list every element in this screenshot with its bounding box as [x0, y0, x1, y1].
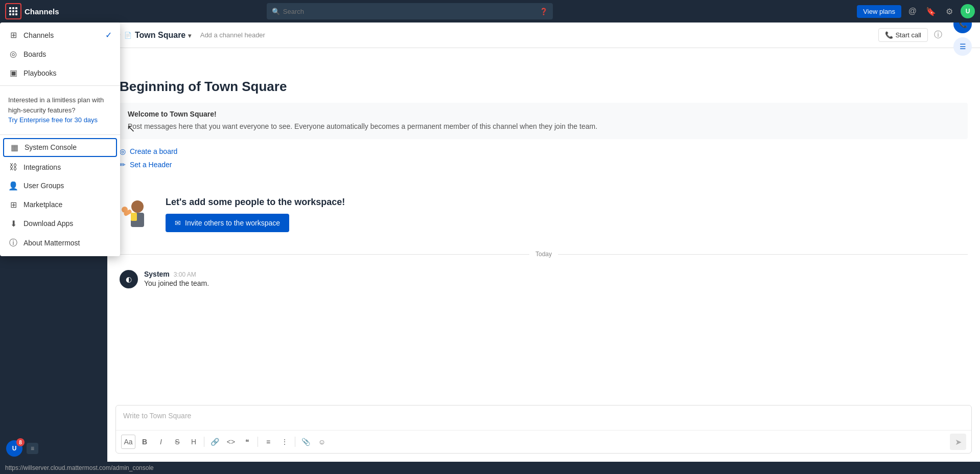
dropdown-menu: ⊞ Channels ✓ ◎ Boards ▣ Playbooks Intere… [0, 22, 120, 256]
dropdown-item-about[interactable]: ⓘ About Mattermost [0, 233, 120, 253]
set-header-link[interactable]: ✏ Set a Header [120, 161, 968, 169]
search-input[interactable] [283, 8, 540, 15]
divider-2 [0, 134, 120, 135]
divider-1 [0, 85, 120, 86]
dropdown-item-system-console[interactable]: ▦ System Console [3, 138, 117, 157]
strikethrough-button[interactable]: S [170, 435, 184, 449]
sidebar-expand-button[interactable]: ≡ [27, 443, 38, 454]
numbered-list-button[interactable]: ⋮ [277, 435, 292, 449]
start-call-label: Start call [895, 31, 921, 39]
promo-box: Interested in a limitless plan with high… [0, 89, 120, 131]
sidebar-user-badge[interactable]: U 8 [6, 440, 22, 457]
statusbar: https://willserver.cloud.mattermost.com/… [0, 462, 980, 474]
download-apps-icon: ⬇ [8, 219, 18, 229]
bullet-list-button[interactable]: ≡ [261, 435, 275, 449]
message-author: System [144, 270, 170, 278]
quote-button[interactable]: ❝ [240, 435, 254, 449]
invite-illustration [120, 196, 155, 232]
promo-link[interactable]: Try Enterprise free for 30 days [8, 116, 98, 124]
user-groups-icon: 👤 [8, 181, 18, 191]
dropdown-label-boards: Boards [24, 50, 46, 58]
link-button[interactable]: 🔗 [207, 435, 222, 449]
settings-icon[interactable]: ⚙ [942, 4, 956, 18]
dropdown-item-user-groups[interactable]: 👤 User Groups [0, 176, 120, 195]
emoji-button[interactable]: ☺ [315, 435, 329, 449]
search-bar[interactable]: 🔍 ❓ [267, 3, 553, 19]
topbar-left: Channels [5, 3, 112, 19]
dropdown-item-integrations[interactable]: ⛓ Integrations [0, 158, 120, 176]
message-meta: System 3:00 AM [144, 270, 209, 278]
at-icon[interactable]: @ [905, 4, 920, 18]
channels-icon: ⊞ [8, 30, 18, 40]
people-illustration [120, 196, 155, 232]
dropdown-item-download-apps[interactable]: ⬇ Download Apps [0, 214, 120, 233]
info-icon[interactable]: ⓘ [931, 28, 945, 42]
channel-header-right: 📞 Start call ⓘ [878, 28, 945, 42]
welcome-box: Welcome to Town Square! Post messages he… [120, 103, 968, 139]
bookmark-icon[interactable]: 🔖 [924, 4, 938, 18]
dropdown-label-integrations: Integrations [24, 163, 61, 171]
toolbar-divider-3 [295, 437, 295, 447]
attachment-button[interactable]: 📎 [298, 435, 313, 449]
message-row: ◐ System 3:00 AM You joined the team. [107, 266, 980, 292]
composer[interactable]: Write to Town Square Aa B I S H 🔗 <> ❝ ≡… [115, 405, 972, 454]
format-text-button[interactable]: Aa [121, 435, 135, 449]
grid-menu-button[interactable] [5, 3, 21, 19]
send-button[interactable]: ➤ [950, 434, 966, 450]
playbooks-icon: ▣ [8, 68, 18, 78]
start-call-button[interactable]: 📞 Start call [878, 28, 928, 42]
header-link-icon: ✏ [120, 161, 126, 169]
channel-name-text: Town Square [135, 31, 185, 39]
about-icon: ⓘ [8, 238, 18, 249]
channel-header-left: ☆ 📄 Town Square ▾ Add a channel header [115, 31, 874, 40]
channel-area: ☆ 📄 Town Square ▾ Add a channel header 📞… [107, 22, 980, 462]
channel-dropdown-icon[interactable]: ▾ [188, 32, 191, 39]
channel-add-header[interactable]: Add a channel header [200, 31, 265, 39]
sidebar-user-initials: U [12, 445, 17, 452]
dropdown-label-channels: Channels [24, 31, 54, 39]
channel-call-icon[interactable]: 📞 [953, 22, 972, 33]
create-board-link[interactable]: ◎ Create a board [120, 147, 968, 155]
boards-icon: ◎ [8, 49, 18, 59]
notification-badge: 8 [16, 438, 25, 446]
create-board-label: Create a board [130, 147, 177, 155]
invite-icon: ✉ [175, 219, 181, 227]
topbar-right: View plans @ 🔖 ⚙ U [857, 4, 975, 18]
bold-button[interactable]: B [137, 435, 152, 449]
dropdown-item-playbooks[interactable]: ▣ Playbooks [0, 63, 120, 82]
system-avatar-icon: ◐ [126, 275, 132, 283]
marketplace-icon: ⊞ [8, 200, 18, 210]
code-button[interactable]: <> [224, 435, 238, 449]
invite-label: Invite others to the workspace [185, 219, 280, 227]
board-link-icon: ◎ [120, 147, 126, 155]
toolbar-divider-2 [258, 437, 258, 447]
dropdown-label-user-groups: User Groups [24, 182, 64, 190]
toolbar-divider-1 [204, 437, 204, 447]
dropdown-item-marketplace[interactable]: ⊞ Marketplace [0, 195, 120, 214]
set-header-label: Set a Header [130, 161, 172, 169]
dropdown-label-marketplace: Marketplace [24, 200, 62, 209]
topbar: Channels 🔍 ❓ View plans @ 🔖 ⚙ U [0, 0, 980, 22]
message-time: 3:00 AM [174, 271, 196, 278]
welcome-desc: Post messages here that you want everyon… [128, 121, 960, 132]
italic-button[interactable]: I [154, 435, 168, 449]
dropdown-item-boards[interactable]: ◎ Boards [0, 44, 120, 63]
doc-icon: 📄 [124, 32, 132, 39]
today-divider: Today [107, 242, 980, 266]
heading-button[interactable]: H [186, 435, 201, 449]
channel-messages: Beginning of Town Square Welcome to Town… [107, 48, 980, 400]
dropdown-item-channels[interactable]: ⊞ Channels ✓ [0, 26, 120, 44]
beginning-title: Beginning of Town Square [120, 79, 968, 95]
composer-input[interactable]: Write to Town Square [116, 405, 971, 430]
channel-header: ☆ 📄 Town Square ▾ Add a channel header 📞… [107, 22, 980, 48]
integrations-icon: ⛓ [8, 163, 18, 172]
view-plans-button[interactable]: View plans [857, 5, 901, 18]
user-avatar[interactable]: U [961, 4, 975, 18]
main-area: U 8 ≡ ⊞ Channels ✓ ◎ Boards ▣ Playbooks … [0, 22, 980, 462]
invite-title: Let's add some people to the workspace! [166, 197, 345, 208]
grid-icon [9, 7, 17, 15]
message-content: System 3:00 AM You joined the team. [144, 270, 209, 287]
invite-button[interactable]: ✉ Invite others to the workspace [166, 214, 289, 232]
dropdown-label-about: About Mattermost [24, 239, 80, 247]
beginning-section: Beginning of Town Square Welcome to Town… [107, 48, 980, 186]
